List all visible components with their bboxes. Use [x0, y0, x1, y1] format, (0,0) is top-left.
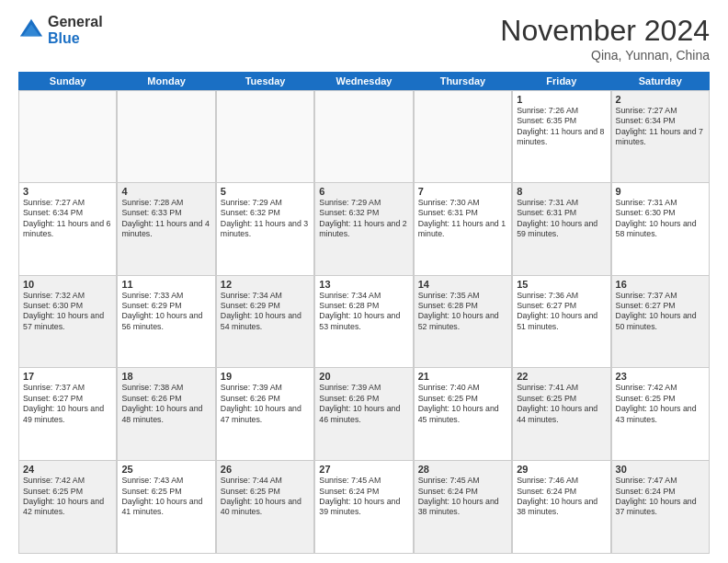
calendar-cell: 2Sunrise: 7:27 AM Sunset: 6:34 PM Daylig…: [611, 91, 710, 182]
weekday-header: Sunday: [18, 72, 117, 90]
calendar-cell: [18, 91, 117, 182]
day-info: Sunrise: 7:35 AM Sunset: 6:28 PM Dayligh…: [418, 291, 507, 333]
calendar-cell: 22Sunrise: 7:41 AM Sunset: 6:25 PM Dayli…: [512, 368, 610, 460]
calendar-row: 3Sunrise: 7:27 AM Sunset: 6:34 PM Daylig…: [18, 183, 710, 276]
calendar-cell: 13Sunrise: 7:34 AM Sunset: 6:28 PM Dayli…: [314, 276, 413, 368]
day-info: Sunrise: 7:32 AM Sunset: 6:30 PM Dayligh…: [23, 291, 112, 333]
calendar-cell: 29Sunrise: 7:46 AM Sunset: 6:24 PM Dayli…: [512, 461, 610, 553]
day-number: 4: [121, 186, 210, 197]
day-number: 18: [121, 371, 210, 382]
day-info: Sunrise: 7:37 AM Sunset: 6:27 PM Dayligh…: [23, 383, 112, 425]
calendar-row: 17Sunrise: 7:37 AM Sunset: 6:27 PM Dayli…: [18, 368, 710, 461]
day-number: 21: [418, 371, 507, 382]
day-info: Sunrise: 7:29 AM Sunset: 6:32 PM Dayligh…: [221, 198, 310, 240]
calendar-cell: 25Sunrise: 7:43 AM Sunset: 6:25 PM Dayli…: [117, 461, 215, 553]
day-number: 29: [517, 464, 606, 475]
calendar-cell: 1Sunrise: 7:26 AM Sunset: 6:35 PM Daylig…: [512, 91, 610, 182]
day-info: Sunrise: 7:41 AM Sunset: 6:25 PM Dayligh…: [517, 383, 606, 425]
calendar-cell: 3Sunrise: 7:27 AM Sunset: 6:34 PM Daylig…: [18, 183, 117, 275]
logo-blue: Blue: [48, 30, 103, 47]
day-number: 12: [221, 279, 310, 290]
calendar-row: 10Sunrise: 7:32 AM Sunset: 6:30 PM Dayli…: [18, 276, 710, 369]
day-info: Sunrise: 7:27 AM Sunset: 6:34 PM Dayligh…: [616, 106, 705, 148]
day-info: Sunrise: 7:36 AM Sunset: 6:27 PM Dayligh…: [517, 291, 606, 333]
day-info: Sunrise: 7:44 AM Sunset: 6:25 PM Dayligh…: [221, 476, 310, 518]
day-number: 30: [616, 464, 705, 475]
calendar-cell: 7Sunrise: 7:30 AM Sunset: 6:31 PM Daylig…: [414, 183, 512, 275]
day-info: Sunrise: 7:40 AM Sunset: 6:25 PM Dayligh…: [418, 383, 507, 425]
day-info: Sunrise: 7:37 AM Sunset: 6:27 PM Dayligh…: [616, 291, 705, 333]
day-info: Sunrise: 7:42 AM Sunset: 6:25 PM Dayligh…: [23, 476, 112, 518]
day-info: Sunrise: 7:31 AM Sunset: 6:31 PM Dayligh…: [517, 198, 606, 240]
calendar: SundayMondayTuesdayWednesdayThursdayFrid…: [18, 72, 710, 554]
weekday-header: Thursday: [414, 72, 512, 90]
day-number: 15: [517, 279, 606, 290]
calendar-cell: [216, 91, 314, 182]
calendar-cell: 5Sunrise: 7:29 AM Sunset: 6:32 PM Daylig…: [216, 183, 314, 275]
calendar-cell: 17Sunrise: 7:37 AM Sunset: 6:27 PM Dayli…: [18, 368, 117, 460]
day-info: Sunrise: 7:42 AM Sunset: 6:25 PM Dayligh…: [616, 383, 705, 425]
calendar-cell: 11Sunrise: 7:33 AM Sunset: 6:29 PM Dayli…: [117, 276, 215, 368]
day-info: Sunrise: 7:38 AM Sunset: 6:26 PM Dayligh…: [121, 383, 210, 425]
location: Qina, Yunnan, China: [500, 48, 710, 63]
calendar-cell: 4Sunrise: 7:28 AM Sunset: 6:33 PM Daylig…: [117, 183, 215, 275]
calendar-cell: 27Sunrise: 7:45 AM Sunset: 6:24 PM Dayli…: [314, 461, 413, 553]
day-number: 3: [23, 186, 112, 197]
day-info: Sunrise: 7:47 AM Sunset: 6:24 PM Dayligh…: [616, 476, 705, 518]
logo-general: General: [48, 14, 103, 30]
day-info: Sunrise: 7:45 AM Sunset: 6:24 PM Dayligh…: [319, 476, 408, 518]
day-number: 24: [23, 464, 112, 475]
day-number: 26: [221, 464, 310, 475]
day-info: Sunrise: 7:28 AM Sunset: 6:33 PM Dayligh…: [121, 198, 210, 240]
day-info: Sunrise: 7:30 AM Sunset: 6:31 PM Dayligh…: [418, 198, 507, 240]
day-number: 10: [23, 279, 112, 290]
calendar-cell: 18Sunrise: 7:38 AM Sunset: 6:26 PM Dayli…: [117, 368, 215, 460]
calendar-row: 1Sunrise: 7:26 AM Sunset: 6:35 PM Daylig…: [18, 90, 710, 183]
calendar-cell: 21Sunrise: 7:40 AM Sunset: 6:25 PM Dayli…: [414, 368, 512, 460]
logo-text: General Blue: [48, 14, 103, 46]
day-number: 13: [319, 279, 408, 290]
day-number: 8: [517, 186, 606, 197]
day-number: 27: [319, 464, 408, 475]
day-number: 23: [616, 371, 705, 382]
day-info: Sunrise: 7:34 AM Sunset: 6:28 PM Dayligh…: [319, 291, 408, 333]
day-number: 16: [616, 279, 705, 290]
day-info: Sunrise: 7:31 AM Sunset: 6:30 PM Dayligh…: [616, 198, 705, 240]
weekday-header: Wednesday: [314, 72, 413, 90]
weekday-header: Saturday: [611, 72, 710, 90]
calendar-cell: 15Sunrise: 7:36 AM Sunset: 6:27 PM Dayli…: [512, 276, 610, 368]
calendar-cell: 28Sunrise: 7:45 AM Sunset: 6:24 PM Dayli…: [414, 461, 512, 553]
day-info: Sunrise: 7:33 AM Sunset: 6:29 PM Dayligh…: [121, 291, 210, 333]
calendar-header: SundayMondayTuesdayWednesdayThursdayFrid…: [18, 72, 710, 90]
calendar-cell: [117, 91, 215, 182]
calendar-cell: 23Sunrise: 7:42 AM Sunset: 6:25 PM Dayli…: [611, 368, 710, 460]
day-info: Sunrise: 7:46 AM Sunset: 6:24 PM Dayligh…: [517, 476, 606, 518]
day-number: 6: [319, 186, 408, 197]
month-title: November 2024: [500, 14, 710, 48]
day-info: Sunrise: 7:39 AM Sunset: 6:26 PM Dayligh…: [221, 383, 310, 425]
weekday-header: Tuesday: [216, 72, 314, 90]
calendar-cell: 6Sunrise: 7:29 AM Sunset: 6:32 PM Daylig…: [314, 183, 413, 275]
calendar-cell: 9Sunrise: 7:31 AM Sunset: 6:30 PM Daylig…: [611, 183, 710, 275]
day-number: 11: [121, 279, 210, 290]
weekday-header: Friday: [512, 72, 610, 90]
header: General Blue November 2024 Qina, Yunnan,…: [18, 14, 710, 63]
calendar-cell: 12Sunrise: 7:34 AM Sunset: 6:29 PM Dayli…: [216, 276, 314, 368]
day-number: 9: [616, 186, 705, 197]
day-number: 2: [616, 94, 705, 105]
day-info: Sunrise: 7:43 AM Sunset: 6:25 PM Dayligh…: [121, 476, 210, 518]
day-number: 14: [418, 279, 507, 290]
weekday-header: Monday: [117, 72, 215, 90]
calendar-cell: 8Sunrise: 7:31 AM Sunset: 6:31 PM Daylig…: [512, 183, 610, 275]
day-info: Sunrise: 7:34 AM Sunset: 6:29 PM Dayligh…: [221, 291, 310, 333]
title-block: November 2024 Qina, Yunnan, China: [500, 14, 710, 63]
calendar-cell: 10Sunrise: 7:32 AM Sunset: 6:30 PM Dayli…: [18, 276, 117, 368]
calendar-cell: 24Sunrise: 7:42 AM Sunset: 6:25 PM Dayli…: [18, 461, 117, 553]
calendar-cell: [314, 91, 413, 182]
day-number: 1: [517, 94, 606, 105]
logo: General Blue: [18, 14, 103, 46]
day-info: Sunrise: 7:29 AM Sunset: 6:32 PM Dayligh…: [319, 198, 408, 240]
day-number: 5: [221, 186, 310, 197]
calendar-cell: 26Sunrise: 7:44 AM Sunset: 6:25 PM Dayli…: [216, 461, 314, 553]
calendar-row: 24Sunrise: 7:42 AM Sunset: 6:25 PM Dayli…: [18, 461, 710, 554]
